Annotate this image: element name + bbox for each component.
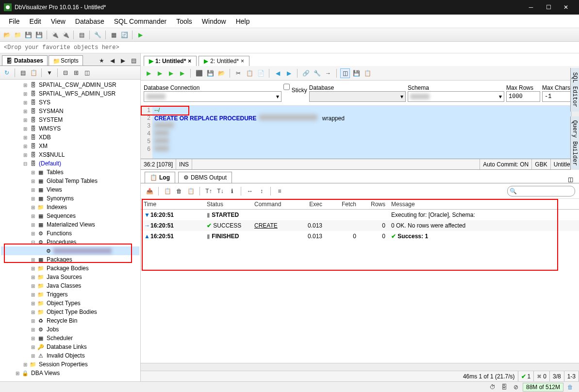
tree-row[interactable]: ⊞🗄SYSTEM <box>1 115 139 124</box>
tree-row[interactable]: ⊞🗄XM <box>1 142 139 150</box>
list-icon[interactable]: ▤ <box>77 30 86 40</box>
execute-script-icon[interactable]: ▶ <box>166 68 176 78</box>
font-up-icon[interactable]: T↑ <box>204 186 214 196</box>
close-button[interactable]: ✕ <box>562 3 570 12</box>
stop-icon[interactable]: ⬛ <box>194 68 204 78</box>
execute-icon[interactable]: ▶ <box>144 68 153 78</box>
schema-combo[interactable]: ▾ <box>408 91 504 102</box>
minimize-button[interactable]: ─ <box>527 3 535 12</box>
open-icon[interactable]: 📂 <box>2 30 12 40</box>
database-tree[interactable]: ⊞🗄SPATIAL_CSW_ADMIN_USR⊞🗄SPATIAL_WFS_ADM… <box>0 80 140 381</box>
tree-row[interactable]: ⊞📁Object Types <box>1 299 139 308</box>
paste-icon[interactable]: 📄 <box>256 68 265 78</box>
copy-sql-icon[interactable]: 📋 <box>245 68 254 78</box>
tree-row[interactable]: ⊞🗄XDB <box>1 133 139 142</box>
tab-databases[interactable]: 🗄 Databases <box>2 55 48 65</box>
trash-icon[interactable]: 🗑 <box>565 382 575 392</box>
tree-row[interactable]: ⊞▦Sequences <box>1 212 139 220</box>
justify-icon[interactable]: ≡ <box>275 186 284 196</box>
tree-row[interactable]: ⊟⚙Procedures <box>1 238 139 246</box>
sidetab-query-builder[interactable]: Query Builder <box>570 116 579 170</box>
log-row[interactable]: ▲16:20:51▮ FINISHED0.01300✔ Success: 1 <box>141 231 579 242</box>
grid-icon[interactable]: ▦ <box>109 30 118 40</box>
log-col-time[interactable]: Time <box>141 201 204 208</box>
tree-row[interactable]: ⊞📁Java Classes <box>1 281 139 290</box>
tree-row[interactable]: ⊞▦Packages <box>1 255 139 264</box>
close-tab-icon[interactable]: × <box>241 58 244 65</box>
log-col-message[interactable]: Message <box>388 201 579 208</box>
copy-layout-icon[interactable]: 📋 <box>363 68 372 78</box>
menu-edit[interactable]: Edit <box>25 16 46 27</box>
share-icon[interactable]: 🔗 <box>301 68 311 78</box>
log-delete-icon[interactable]: 🗑 <box>174 186 184 196</box>
log-col-status[interactable]: Status <box>204 201 251 208</box>
log-clipboard-icon[interactable]: 📋 <box>186 186 196 196</box>
tree-row[interactable]: ⊞▦Scheduler <box>1 334 139 343</box>
refresh-tree-icon[interactable]: ↻ <box>2 68 12 78</box>
next-icon[interactable]: ▶ <box>284 68 294 78</box>
tree-row[interactable]: ⊞▦Synonyms <box>1 194 139 203</box>
window-icon[interactable]: ◫ <box>82 68 92 78</box>
nav-left-icon[interactable]: ◀ <box>107 56 117 65</box>
menu-sql-commander[interactable]: SQL Commander <box>109 16 171 27</box>
tree-row[interactable]: ⊞📁Session Properties <box>1 360 139 369</box>
menu-database[interactable]: Database <box>70 16 109 27</box>
copy-icon[interactable]: 📋 <box>29 68 38 78</box>
tree-row[interactable]: ⊞📁Java Sources <box>1 273 139 281</box>
tree-row[interactable]: ⊞⚙Jobs <box>1 325 139 334</box>
saveall-icon[interactable]: 💾 <box>34 30 44 40</box>
tree-row[interactable]: ⊞♻Recycle Bin <box>1 316 139 325</box>
new-icon[interactable]: 📁 <box>13 30 22 40</box>
detach-icon[interactable]: ◫ <box>566 176 575 183</box>
log-col-exec[interactable]: Exec <box>295 201 325 208</box>
disconnect-icon[interactable]: 🔌 <box>61 30 70 40</box>
tools-icon[interactable]: 🔧 <box>93 30 102 40</box>
tab-dbms-output[interactable]: ⚙ DBMS Output <box>178 172 232 183</box>
tree-row[interactable]: ⊞🗄SYSMAN <box>1 107 139 115</box>
list-view-icon[interactable]: ▤ <box>18 68 28 78</box>
tab-log[interactable]: 📋 Log <box>145 172 175 183</box>
tree-row[interactable]: ⊞🗄WMSYS <box>1 124 139 133</box>
layout-icon[interactable]: ◫ <box>340 68 350 78</box>
tree-row[interactable]: ⊟🗄(Default) <box>1 159 139 168</box>
tree-row[interactable]: ⊞▦Views <box>1 185 139 194</box>
save-sql-icon[interactable]: 💾 <box>205 68 215 78</box>
tree-row[interactable]: ⊞🗄XS$NULL <box>1 150 139 159</box>
font-down-icon[interactable]: T↓ <box>215 186 225 196</box>
arrow-icon[interactable]: → <box>323 68 333 78</box>
status-db-icon[interactable]: 🗄 <box>499 382 509 392</box>
tree-row[interactable]: ⊞▦Materialized Views <box>1 220 139 229</box>
execute-current-icon[interactable]: ▶ <box>155 68 165 78</box>
log-export-icon[interactable]: 📤 <box>145 186 154 196</box>
status-cancel-icon[interactable]: ⊘ <box>511 382 521 392</box>
database-combo[interactable]: ▾ <box>309 91 406 102</box>
open-sql-icon[interactable]: 📂 <box>216 68 226 78</box>
favorites-icon[interactable]: ★ <box>97 56 106 65</box>
maxrows-input[interactable] <box>506 91 540 102</box>
favorites-drop-bar[interactable]: <Drop your favorite objects here> <box>0 42 579 53</box>
expand-h-icon[interactable]: ↔ <box>245 186 255 196</box>
tree-row[interactable]: ⊞📁Triggers <box>1 290 139 299</box>
collapse-icon[interactable]: ⊟ <box>61 68 70 78</box>
prev-icon[interactable]: ◀ <box>273 68 282 78</box>
sql-editor[interactable]: 123456 --/ CREATE OR REPLACE PROCEDURE w… <box>141 106 579 159</box>
sidetab-sql-editor[interactable]: SQL Editor <box>570 68 579 112</box>
tree-row[interactable]: ⊞🗄SYS <box>1 98 139 107</box>
editor-tab[interactable]: ▶2: Untitled*× <box>199 56 249 66</box>
expand-v-icon[interactable]: ↕ <box>257 186 266 196</box>
tree-row[interactable]: ⚙ <box>1 246 139 255</box>
tree-row[interactable]: ⊞▦Global Temp Tables <box>1 177 139 185</box>
tree-row[interactable]: ⊞⚙Functions <box>1 229 139 238</box>
sticky-checkbox[interactable] <box>283 82 290 92</box>
nav-menu-icon[interactable]: ▤ <box>129 56 138 65</box>
menu-window[interactable]: Window <box>197 16 231 27</box>
tab-scripts[interactable]: 📁 Scripts <box>49 55 83 65</box>
editor-tab[interactable]: ▶1: Untitled*× <box>144 56 197 66</box>
save-icon[interactable]: 💾 <box>23 30 33 40</box>
save-layout-icon[interactable]: 💾 <box>351 68 361 78</box>
tree-row[interactable]: ⊞⚠Invalid Objects <box>1 351 139 360</box>
status-time-icon[interactable]: ⏱ <box>488 382 497 392</box>
filter-icon[interactable]: ▼ <box>45 68 54 78</box>
tree-row[interactable]: ⊞🗄SPATIAL_WFS_ADMIN_USR <box>1 89 139 98</box>
tree-row[interactable]: ⊞📁Indexes <box>1 203 139 212</box>
